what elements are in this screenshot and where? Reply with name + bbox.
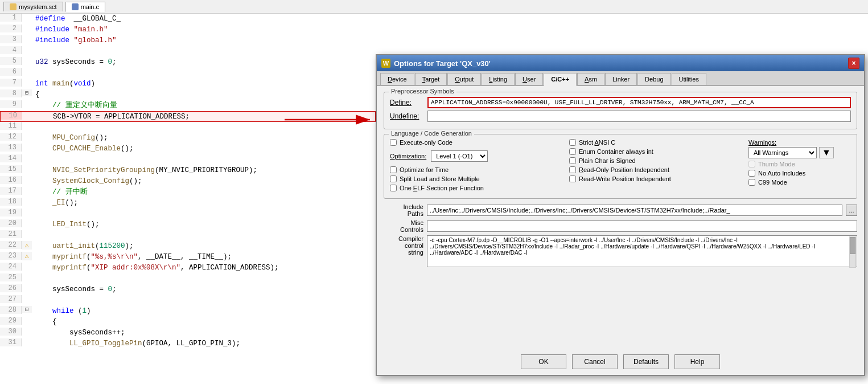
code-line-4: 4: [0, 46, 376, 57]
execute-only-row: Execute-only Code: [390, 139, 563, 146]
execute-only-label: Execute-only Code: [400, 139, 452, 146]
language-group: Language / Code Generation Execute-only …: [384, 134, 857, 199]
ok-button[interactable]: OK: [521, 354, 566, 369]
code-line-30: 30 sysSeconds++;: [0, 328, 376, 338]
code-line-28: 28 ⊟ while (1): [0, 306, 376, 317]
thumb-mode-checkbox[interactable]: [748, 161, 755, 168]
c99-mode-checkbox[interactable]: [748, 179, 755, 186]
code-line-12: 12 MPU_Config();: [0, 133, 376, 144]
tab-mysystem[interactable]: mysystem.sct: [3, 2, 63, 11]
code-line-18: 18 _EI();: [0, 198, 376, 209]
include-paths-browse-button[interactable]: ...: [846, 205, 857, 216]
compiler-control-textarea[interactable]: -c -cpu Cortex-M7.fp.dp -D__MICROLIB -g …: [427, 235, 857, 267]
include-paths-label: IncludePaths: [384, 203, 423, 217]
misc-controls-label: MiscControls: [384, 219, 423, 233]
optimization-select[interactable]: Level 1 (-O1): [431, 150, 488, 162]
optimize-time-label: Optimize for Time: [400, 166, 449, 173]
code-line-25: 25: [0, 273, 376, 284]
include-paths-row: IncludePaths ...: [384, 203, 857, 217]
plain-char-row: Plain Char is Signed: [569, 157, 743, 164]
undefine-row: Undefine:: [390, 111, 851, 122]
warnings-dropdown-icon[interactable]: ▼: [819, 147, 834, 158]
code-line-5: 5 u32 sysSeconds = 0;: [0, 57, 376, 68]
tab-debug[interactable]: Debug: [637, 73, 670, 85]
code-line-1: 1 #define __GLOBAL_C_: [0, 14, 376, 24]
compiler-control-row: Compilercontrolstring -c -cpu Cortex-M7.…: [384, 235, 857, 269]
no-auto-includes-label: No Auto Includes: [758, 170, 805, 177]
dialog-main-content: Preprocessor Symbols Define: Undefine: L…: [377, 86, 864, 277]
code-line-17: 17 // 开中断: [0, 187, 376, 198]
compiler-scrollbar[interactable]: [849, 236, 856, 268]
strict-ansi-checkbox[interactable]: [569, 139, 576, 146]
execute-only-checkbox[interactable]: [390, 139, 397, 146]
code-line-8: 8 ⊟ {: [0, 89, 376, 100]
include-paths-input[interactable]: [427, 205, 842, 216]
dialog-icon: W: [381, 59, 390, 68]
one-elf-row: One ELF Section per Function: [390, 185, 563, 191]
code-editor: 1 #define __GLOBAL_C_ 2 #include "main.h…: [0, 14, 376, 384]
misc-controls-row: MiscControls: [384, 219, 857, 233]
tab-device[interactable]: Device: [380, 73, 414, 85]
no-auto-includes-row: No Auto Includes: [748, 170, 851, 177]
code-line-26: 26 sysSeconds = 0;: [0, 284, 376, 295]
tab-cpp[interactable]: C/C++: [544, 73, 577, 86]
warnings-select[interactable]: All Warnings: [748, 147, 817, 158]
define-input[interactable]: [427, 97, 851, 108]
warnings-label: Warnings:: [748, 139, 776, 146]
optimization-label: Optimization:: [390, 153, 426, 160]
rw-position-label: Read-Write Position Independent: [579, 175, 671, 182]
code-line-16: 16 SystemClock_Config();: [0, 176, 376, 187]
compiler-control-label: Compilercontrolstring: [384, 235, 423, 256]
tab-target[interactable]: Target: [415, 73, 447, 85]
plain-char-checkbox[interactable]: [569, 157, 576, 164]
code-line-6: 6: [0, 68, 376, 79]
tab-linker[interactable]: Linker: [605, 73, 637, 85]
optimize-time-row: Optimize for Time: [390, 166, 563, 173]
code-line-31: 31 LL_GPIO_TogglePin(GPIOA, LL_GPIO_PIN_…: [0, 338, 376, 349]
split-load-checkbox[interactable]: [390, 175, 397, 182]
enum-container-checkbox[interactable]: [569, 148, 576, 155]
tab-user[interactable]: User: [515, 73, 543, 85]
preprocessor-group-label: Preprocessor Symbols: [389, 88, 456, 95]
compiler-scrollbar-thumb: [850, 237, 855, 254]
code-line-3: 3 #include "global.h": [0, 35, 376, 46]
code-line-22: 22 ⚠ uart1_init(115200);: [0, 241, 376, 252]
code-line-27: 27: [0, 295, 376, 306]
tab-utilities[interactable]: Utilities: [672, 73, 706, 85]
ro-position-row: Read-Only Position Independent: [569, 166, 743, 173]
tab-asm[interactable]: Asm: [577, 73, 604, 85]
split-load-label: Split Load and Store Multiple: [400, 175, 480, 182]
code-line-23: 23 ⚠ myprintf("%s,%s\r\n", __DATE__, __T…: [0, 252, 376, 263]
ro-position-label: Read-Only Position Independent: [579, 166, 669, 173]
warnings-section: Warnings: All Warnings ▼: [748, 139, 851, 158]
dialog-close-button[interactable]: ×: [848, 58, 859, 69]
define-row: Define:: [390, 97, 851, 108]
dialog-title: Options for Target 'QX_v30': [394, 59, 491, 68]
no-auto-includes-checkbox[interactable]: [748, 170, 755, 177]
help-button[interactable]: Help: [674, 354, 720, 369]
sct-file-icon: [10, 3, 17, 10]
one-elf-label: One ELF Section per Function: [400, 185, 484, 191]
define-label: Define:: [390, 99, 424, 107]
defaults-button[interactable]: Defaults: [623, 354, 669, 369]
language-group-label: Language / Code Generation: [389, 130, 474, 137]
one-elf-checkbox[interactable]: [390, 185, 397, 191]
dialog-titlebar: W Options for Target 'QX_v30' ×: [377, 55, 864, 71]
tab-mainc[interactable]: main.c: [65, 2, 105, 12]
tab-listing[interactable]: Listing: [482, 73, 515, 85]
code-line-21: 21: [0, 230, 376, 241]
optimize-time-checkbox[interactable]: [390, 166, 397, 173]
undefine-input[interactable]: [427, 111, 851, 122]
rw-position-checkbox[interactable]: [569, 175, 576, 182]
misc-controls-input[interactable]: [427, 220, 857, 232]
undefine-label: Undefine:: [390, 112, 424, 120]
code-line-20: 20 LED_Init();: [0, 219, 376, 230]
code-line-15: 15 NVIC_SetPriorityGrouping(MY_NVIC_PRIO…: [0, 165, 376, 176]
code-line-9: 9 // 重定义中断向量: [0, 100, 376, 111]
cancel-button[interactable]: Cancel: [572, 354, 618, 369]
title-bar: mysystem.sct main.c: [0, 0, 868, 14]
ide-background: mysystem.sct main.c 1 #define __GLOBAL_C…: [0, 0, 868, 384]
plain-char-label: Plain Char is Signed: [579, 157, 636, 164]
ro-position-checkbox[interactable]: [569, 166, 576, 173]
tab-output[interactable]: Output: [447, 73, 481, 85]
